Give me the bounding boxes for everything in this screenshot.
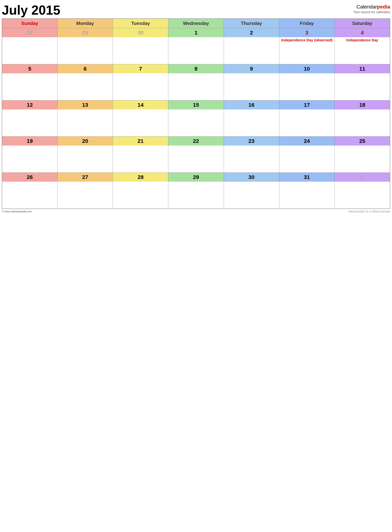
day-number: 29 xyxy=(58,28,113,37)
brand-tagline: Your source for calendars xyxy=(353,10,390,14)
day-number: 9 xyxy=(224,64,279,73)
calendar-week-row: 282930123Independence Day (observed)4Ind… xyxy=(2,28,390,64)
day-event: Independence Day (observed) xyxy=(279,37,334,43)
calendar-cell[interactable]: 23 xyxy=(224,137,279,173)
col-header-sunday: Sunday xyxy=(2,19,57,28)
calendar-cell[interactable]: 28 xyxy=(113,173,168,209)
calendar-cell[interactable]: 27 xyxy=(57,173,113,209)
day-number: 21 xyxy=(113,137,168,146)
day-number: 3 xyxy=(279,28,334,37)
calendar-cell[interactable]: 14 xyxy=(113,100,168,137)
day-number: 11 xyxy=(335,64,390,73)
day-number: 4 xyxy=(335,28,390,37)
day-number: 25 xyxy=(335,137,390,146)
day-number: 13 xyxy=(58,100,113,109)
calendar-cell[interactable]: 9 xyxy=(224,64,279,100)
calendar-table: Sunday Monday Tuesday Wednesday Thursday… xyxy=(2,19,390,209)
calendar-week-row: 567891011 xyxy=(2,64,390,100)
calendar-cell[interactable]: 3Independence Day (observed) xyxy=(279,28,334,64)
calendar-cell[interactable]: 18 xyxy=(335,100,390,137)
day-number: 20 xyxy=(58,137,113,146)
day-number: 12 xyxy=(2,100,57,109)
calendar-cell[interactable]: 30 xyxy=(113,28,168,64)
calendar-cell[interactable]: 2 xyxy=(224,28,279,64)
calendar-cell[interactable]: 26 xyxy=(2,173,57,209)
day-number: 27 xyxy=(58,173,113,182)
day-number: 1 xyxy=(335,173,390,182)
day-number: 28 xyxy=(113,173,168,182)
page-footer: © www.calendarpedia.com Data provided 'a… xyxy=(2,210,390,213)
calendar-cell[interactable]: 29 xyxy=(168,173,224,209)
calendar-cell[interactable]: 24 xyxy=(279,137,334,173)
day-number: 6 xyxy=(58,64,113,73)
day-number: 17 xyxy=(279,100,334,109)
calendar-cell[interactable]: 21 xyxy=(113,137,168,173)
day-number: 1 xyxy=(168,28,224,37)
calendar-week-row: 2627282930311 xyxy=(2,173,390,209)
calendar-cell[interactable]: 13 xyxy=(57,100,113,137)
calendar-cell[interactable]: 1 xyxy=(168,28,224,64)
day-number: 5 xyxy=(2,64,57,73)
calendar-cell[interactable]: 5 xyxy=(2,64,57,100)
calendar-cell[interactable]: 11 xyxy=(335,64,390,100)
col-header-thursday: Thursday xyxy=(224,19,279,28)
calendar-cell[interactable]: 31 xyxy=(279,173,334,209)
col-header-wednesday: Wednesday xyxy=(168,19,224,28)
calendar-cell[interactable]: 15 xyxy=(168,100,224,137)
calendar-page: July 2015 Calendarpedia Your source for … xyxy=(0,0,392,215)
day-number: 2 xyxy=(224,28,279,37)
day-number: 15 xyxy=(168,100,224,109)
day-number: 18 xyxy=(335,100,390,109)
day-number: 24 xyxy=(279,137,334,146)
month-title: July 2015 xyxy=(2,4,60,17)
calendar-week-row: 12131415161718 xyxy=(2,100,390,137)
day-number: 19 xyxy=(2,137,57,146)
day-number: 30 xyxy=(113,28,168,37)
calendar-cell[interactable]: 7 xyxy=(113,64,168,100)
day-number: 8 xyxy=(168,64,224,73)
col-header-saturday: Saturday xyxy=(335,19,390,28)
calendar-cell[interactable]: 20 xyxy=(57,137,113,173)
day-number: 31 xyxy=(279,173,334,182)
day-number: 16 xyxy=(224,100,279,109)
calendar-cell[interactable]: 29 xyxy=(57,28,113,64)
calendar-cell[interactable]: 6 xyxy=(57,64,113,100)
day-number: 7 xyxy=(113,64,168,73)
calendar-cell[interactable]: 1 xyxy=(335,173,390,209)
day-number: 29 xyxy=(168,173,224,182)
day-number: 23 xyxy=(224,137,279,146)
calendar-cell[interactable]: 30 xyxy=(224,173,279,209)
footer-disclaimer: Data provided 'as is' without warranty xyxy=(349,210,390,213)
calendar-cell[interactable]: 17 xyxy=(279,100,334,137)
day-event: Independence Day xyxy=(335,37,390,43)
calendar-cell[interactable]: 10 xyxy=(279,64,334,100)
day-number: 22 xyxy=(168,137,224,146)
col-header-tuesday: Tuesday xyxy=(113,19,168,28)
footer-copyright: © www.calendarpedia.com xyxy=(2,210,32,213)
calendar-cell[interactable]: 19 xyxy=(2,137,57,173)
col-header-monday: Monday xyxy=(57,19,113,28)
day-number: 14 xyxy=(113,100,168,109)
brand-name: Calendarpedia xyxy=(353,4,390,10)
calendar-week-row: 19202122232425 xyxy=(2,137,390,173)
day-number: 26 xyxy=(2,173,57,182)
day-number: 28 xyxy=(2,28,57,37)
page-header: July 2015 Calendarpedia Your source for … xyxy=(2,4,390,17)
brand: Calendarpedia Your source for calendars xyxy=(353,4,390,14)
calendar-header-row: Sunday Monday Tuesday Wednesday Thursday… xyxy=(2,19,390,28)
calendar-cell[interactable]: 4Independence Day xyxy=(335,28,390,64)
calendar-cell[interactable]: 25 xyxy=(335,137,390,173)
calendar-cell[interactable]: 8 xyxy=(168,64,224,100)
col-header-friday: Friday xyxy=(279,19,334,28)
day-number: 30 xyxy=(224,173,279,182)
calendar-cell[interactable]: 28 xyxy=(2,28,57,64)
calendar-cell[interactable]: 22 xyxy=(168,137,224,173)
calendar-cell[interactable]: 12 xyxy=(2,100,57,137)
calendar-cell[interactable]: 16 xyxy=(224,100,279,137)
day-number: 10 xyxy=(279,64,334,73)
brand-highlight: pedia xyxy=(377,4,390,10)
